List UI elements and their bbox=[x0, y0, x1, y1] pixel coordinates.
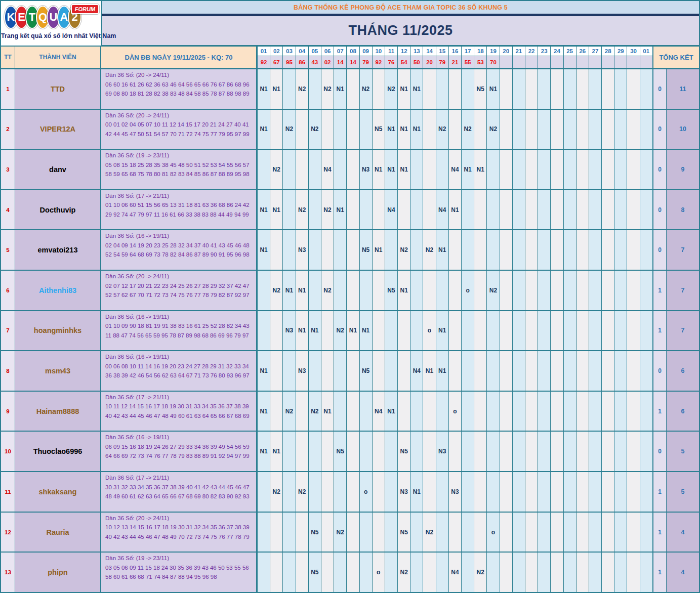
mark-cell[interactable] bbox=[640, 110, 653, 149]
result-cell[interactable]: 92 bbox=[258, 56, 270, 68]
mark-cell[interactable] bbox=[500, 69, 513, 109]
mark-cell[interactable] bbox=[309, 230, 321, 270]
member-name[interactable]: emvatoi213 bbox=[15, 230, 101, 270]
mark-cell[interactable] bbox=[334, 553, 347, 592]
mark-cell[interactable] bbox=[564, 392, 577, 431]
result-cell[interactable] bbox=[513, 56, 525, 68]
mark-cell[interactable] bbox=[449, 432, 462, 471]
mark-cell[interactable] bbox=[500, 311, 513, 351]
result-cell[interactable]: 50 bbox=[410, 56, 423, 68]
mark-cell[interactable] bbox=[577, 513, 589, 552]
result-cell[interactable]: 79 bbox=[360, 56, 373, 68]
mark-cell[interactable] bbox=[373, 69, 385, 109]
mark-cell[interactable] bbox=[398, 351, 410, 391]
mark-cell[interactable] bbox=[538, 351, 551, 391]
mark-cell[interactable] bbox=[602, 190, 614, 230]
mark-cell[interactable]: N5 bbox=[309, 553, 321, 592]
mark-cell[interactable]: N2 bbox=[270, 472, 283, 512]
dan-cell[interactable]: Dàn 36 Số: (16 -> 19/11)00 06 08 10 11 1… bbox=[101, 351, 258, 391]
mark-cell[interactable]: o bbox=[487, 513, 500, 552]
mark-cell[interactable] bbox=[538, 190, 551, 230]
mark-cell[interactable] bbox=[614, 69, 627, 109]
mark-cell[interactable] bbox=[321, 513, 334, 552]
result-cell[interactable] bbox=[589, 56, 602, 68]
result-cell[interactable]: 14 bbox=[334, 56, 347, 68]
mark-cell[interactable]: N3 bbox=[436, 432, 449, 471]
tt-cell[interactable]: 1 bbox=[1, 69, 15, 109]
mark-cell[interactable] bbox=[462, 351, 474, 391]
mark-cell[interactable] bbox=[577, 230, 589, 270]
tt-cell[interactable]: 8 bbox=[1, 351, 15, 391]
mark-cell[interactable] bbox=[640, 432, 653, 471]
mark-cell[interactable] bbox=[398, 311, 410, 351]
day-header-cell[interactable]: 16 bbox=[449, 47, 462, 56]
mark-cell[interactable] bbox=[423, 432, 436, 471]
mark-cell[interactable] bbox=[564, 513, 577, 552]
mark-cell[interactable] bbox=[410, 271, 423, 310]
tt-cell[interactable]: 4 bbox=[1, 190, 15, 230]
mark-cell[interactable]: N1 bbox=[436, 311, 449, 351]
total-miss-cell[interactable]: 1 bbox=[653, 472, 667, 512]
mark-cell[interactable] bbox=[500, 150, 513, 189]
mark-cell[interactable]: N2 bbox=[309, 110, 321, 149]
mark-cell[interactable] bbox=[589, 432, 602, 471]
mark-cell[interactable] bbox=[538, 432, 551, 471]
mark-cell[interactable] bbox=[614, 110, 627, 149]
mark-cell[interactable] bbox=[564, 150, 577, 189]
mark-cell[interactable] bbox=[283, 230, 296, 270]
mark-cell[interactable] bbox=[525, 392, 538, 431]
total-miss-cell[interactable]: 0 bbox=[653, 69, 667, 109]
total-hit-cell[interactable]: 9 bbox=[667, 150, 699, 189]
mark-cell[interactable] bbox=[449, 230, 462, 270]
mark-cell[interactable]: N1 bbox=[258, 351, 270, 391]
mark-cell[interactable] bbox=[513, 190, 525, 230]
mark-cell[interactable] bbox=[627, 271, 640, 310]
mark-cell[interactable]: N1 bbox=[296, 311, 309, 351]
day-header-cell[interactable]: 27 bbox=[589, 47, 602, 56]
result-cell[interactable] bbox=[564, 56, 577, 68]
day-header-cell[interactable]: 01 bbox=[640, 47, 653, 56]
mark-cell[interactable] bbox=[283, 472, 296, 512]
mark-cell[interactable] bbox=[513, 230, 525, 270]
tt-cell[interactable]: 2 bbox=[1, 110, 15, 149]
mark-cell[interactable] bbox=[551, 553, 563, 592]
mark-cell[interactable] bbox=[347, 351, 359, 391]
mark-cell[interactable] bbox=[474, 472, 487, 512]
mark-cell[interactable] bbox=[513, 351, 525, 391]
mark-cell[interactable] bbox=[398, 190, 410, 230]
mark-cell[interactable]: N2 bbox=[296, 190, 309, 230]
mark-cell[interactable] bbox=[577, 432, 589, 471]
total-hit-cell[interactable]: 5 bbox=[667, 432, 699, 471]
result-cell[interactable]: 67 bbox=[270, 56, 283, 68]
tt-cell[interactable]: 12 bbox=[1, 513, 15, 552]
mark-cell[interactable]: N1 bbox=[373, 150, 385, 189]
mark-cell[interactable] bbox=[602, 110, 614, 149]
day-header-cell[interactable]: 03 bbox=[283, 47, 296, 56]
mark-cell[interactable] bbox=[525, 311, 538, 351]
mark-cell[interactable] bbox=[347, 190, 359, 230]
mark-cell[interactable]: N1 bbox=[283, 271, 296, 310]
member-name[interactable]: msm43 bbox=[15, 351, 101, 391]
mark-cell[interactable] bbox=[360, 513, 373, 552]
mark-cell[interactable]: N5 bbox=[385, 271, 398, 310]
mark-cell[interactable]: N2 bbox=[270, 150, 283, 189]
mark-cell[interactable] bbox=[270, 513, 283, 552]
tt-cell[interactable]: 11 bbox=[1, 472, 15, 512]
mark-cell[interactable]: o bbox=[449, 392, 462, 431]
mark-cell[interactable] bbox=[334, 150, 347, 189]
mark-cell[interactable] bbox=[436, 392, 449, 431]
dan-cell[interactable]: Dàn 36 Số: (20 -> 24/11)10 12 13 14 15 1… bbox=[101, 513, 258, 552]
mark-cell[interactable] bbox=[640, 230, 653, 270]
result-cell[interactable] bbox=[538, 56, 551, 68]
mark-cell[interactable] bbox=[296, 150, 309, 189]
mark-cell[interactable] bbox=[538, 69, 551, 109]
mark-cell[interactable]: N1 bbox=[334, 69, 347, 109]
mark-cell[interactable] bbox=[525, 513, 538, 552]
mark-cell[interactable] bbox=[577, 69, 589, 109]
mark-cell[interactable] bbox=[551, 230, 563, 270]
mark-cell[interactable]: N1 bbox=[258, 230, 270, 270]
mark-cell[interactable] bbox=[423, 110, 436, 149]
mark-cell[interactable] bbox=[385, 230, 398, 270]
mark-cell[interactable] bbox=[627, 392, 640, 431]
mark-cell[interactable] bbox=[614, 230, 627, 270]
